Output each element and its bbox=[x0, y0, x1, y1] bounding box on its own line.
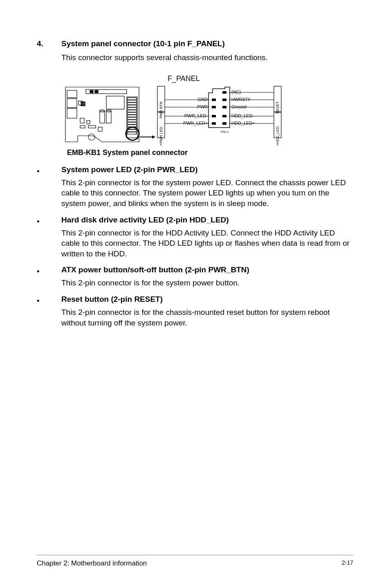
diagram-caption: EMB-KB1 System panel connector bbox=[67, 148, 353, 157]
bullet-body: This 2-pin connector is for the chassis-… bbox=[61, 307, 353, 328]
bullet-title: Hard disk drive activity LED (2-pin HDD_… bbox=[61, 215, 353, 224]
label-pwr: PWR bbox=[197, 104, 208, 109]
section-body: This connector supports several chassis-… bbox=[61, 52, 353, 63]
bullet-dot: • bbox=[37, 215, 61, 262]
svg-marker-40 bbox=[152, 135, 155, 139]
bullet-title: Reset button (2-pin RESET) bbox=[61, 295, 353, 304]
svg-rect-47 bbox=[222, 99, 226, 101]
bullet-item: • ATX power button/soft-off button (2-pi… bbox=[37, 265, 353, 291]
svg-rect-46 bbox=[212, 99, 216, 101]
bullet-item: • Hard disk drive activity LED (2-pin HD… bbox=[37, 215, 353, 262]
svg-rect-4 bbox=[67, 90, 77, 98]
bullet-dot: • bbox=[37, 265, 61, 291]
label-hdd-led-box: +HDD_LED bbox=[276, 126, 280, 146]
svg-rect-31 bbox=[128, 117, 137, 119]
svg-rect-8 bbox=[81, 102, 83, 103]
label-pwr-led-minus: PWR_LED- bbox=[184, 113, 208, 118]
label-ground: Ground bbox=[231, 104, 247, 109]
svg-rect-12 bbox=[80, 118, 84, 123]
svg-rect-36 bbox=[128, 130, 137, 132]
svg-rect-13 bbox=[87, 121, 90, 124]
svg-rect-29 bbox=[128, 112, 137, 114]
svg-rect-33 bbox=[128, 122, 137, 124]
label-pin1: PIN 1 bbox=[221, 130, 229, 134]
svg-rect-27 bbox=[128, 108, 137, 110]
bullet-title: ATX power button/soft-off button (2-pin … bbox=[61, 265, 353, 274]
svg-rect-45 bbox=[222, 91, 226, 94]
svg-rect-30 bbox=[128, 115, 137, 117]
footer-chapter: Chapter 2: Motherboard information bbox=[37, 559, 147, 568]
bullet-item: • System power LED (2-pin PWR_LED) This … bbox=[37, 165, 353, 211]
svg-rect-11 bbox=[83, 104, 85, 106]
svg-rect-50 bbox=[212, 115, 216, 117]
svg-rect-3 bbox=[106, 96, 124, 109]
section-title: System panel connector (10-1 pin F_PANEL… bbox=[61, 39, 225, 48]
bullet-dot: • bbox=[37, 295, 61, 330]
label-hdd-led-plus: HDD_LED+ bbox=[231, 121, 255, 126]
svg-rect-5 bbox=[67, 99, 77, 108]
label-nc: (NC) bbox=[231, 90, 241, 94]
footer-page-number: 2-17 bbox=[342, 559, 353, 568]
svg-rect-16 bbox=[98, 127, 102, 131]
bullet-body: This 2-pin connector is for the system p… bbox=[61, 177, 353, 209]
svg-rect-26 bbox=[128, 105, 137, 107]
page-footer: Chapter 2: Motherboard information 2-17 bbox=[37, 555, 353, 568]
svg-rect-28 bbox=[128, 110, 137, 112]
bullet-content: ATX power button/soft-off button (2-pin … bbox=[61, 265, 353, 291]
svg-rect-23 bbox=[128, 98, 137, 100]
bullet-dot: • bbox=[37, 165, 61, 211]
svg-rect-25 bbox=[128, 103, 137, 105]
svg-rect-6 bbox=[67, 108, 77, 118]
bullet-content: Hard disk drive activity LED (2-pin HDD_… bbox=[61, 215, 353, 262]
diagram-title: F_PANEL bbox=[168, 74, 353, 83]
label-gnd: GND bbox=[198, 97, 208, 102]
bullet-content: System power LED (2-pin PWR_LED) This 2-… bbox=[61, 165, 353, 211]
bullet-body: This 2-pin connector is for the HDD Acti… bbox=[61, 228, 353, 259]
svg-rect-10 bbox=[83, 102, 85, 103]
svg-rect-53 bbox=[222, 122, 226, 125]
label-hwrst: HWRST# bbox=[231, 97, 251, 102]
svg-rect-51 bbox=[222, 115, 226, 117]
svg-rect-19 bbox=[106, 111, 111, 123]
label-reset-box: RESET bbox=[276, 101, 280, 114]
svg-rect-49 bbox=[222, 106, 226, 108]
section-number: 4. bbox=[37, 39, 61, 48]
bullet-title: System power LED (2-pin PWR_LED) bbox=[61, 165, 353, 174]
panel-diagram: PWR BTN +PWR LED RESET +HDD_LED bbox=[61, 85, 290, 146]
diagram-area: F_PANEL bbox=[61, 74, 353, 157]
svg-rect-17 bbox=[100, 111, 105, 123]
svg-rect-15 bbox=[88, 126, 96, 128]
label-hdd-led-minus: HDD_LED- bbox=[231, 113, 254, 118]
svg-rect-24 bbox=[128, 100, 137, 102]
label-pwr-led-box: +PWR LED bbox=[159, 126, 163, 146]
bullet-content: Reset button (2-pin RESET) This 2-pin co… bbox=[61, 295, 353, 330]
label-pwr-btn: PWR BTN bbox=[159, 101, 163, 119]
bullet-item: • Reset button (2-pin RESET) This 2-pin … bbox=[37, 295, 353, 330]
svg-rect-52 bbox=[212, 122, 216, 125]
svg-point-21 bbox=[88, 134, 95, 140]
svg-rect-2 bbox=[95, 90, 98, 93]
svg-rect-32 bbox=[128, 120, 137, 122]
svg-rect-1 bbox=[90, 90, 93, 93]
svg-rect-14 bbox=[80, 126, 85, 128]
svg-rect-37 bbox=[128, 132, 137, 134]
bullet-body: This 2-pin connector is for the system p… bbox=[61, 278, 353, 288]
label-pwr-led-plus: PWR_LED+ bbox=[183, 121, 208, 126]
svg-rect-48 bbox=[212, 106, 216, 108]
svg-rect-9 bbox=[81, 104, 83, 106]
svg-rect-34 bbox=[128, 125, 137, 127]
section-header: 4. System panel connector (10-1 pin F_PA… bbox=[37, 39, 353, 48]
